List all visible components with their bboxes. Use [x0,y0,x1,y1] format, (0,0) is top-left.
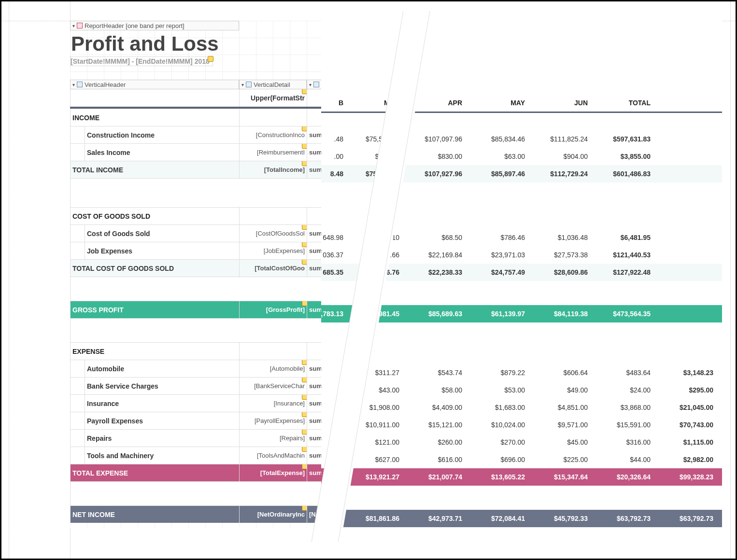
preview-total-cogs: 685.35$11,756.76$22,238.33$24,757.49$28,… [321,264,722,281]
preview-gross-profit: 5,783.13$63,981.45$85,689.63$61,139.97$8… [321,305,722,322]
net-income-field[interactable]: [NetOrdinaryInc [239,505,307,523]
preview-row: 648.98$923.10$68.50$786.46$1,036.48$6,48… [321,229,722,246]
smart-tag-icon[interactable] [302,360,307,365]
line-field[interactable]: [Repairs] [239,429,307,447]
band-icon [313,82,319,87]
line-field[interactable]: [Automobile] [239,360,307,377]
band-vertical-detail[interactable]: ▾ VerticalDetail [239,80,307,89]
smart-tag-icon[interactable] [302,143,307,149]
preview-row: 036.37$10,833.66$22,169.84$23,971.03$27,… [321,246,722,264]
total-income-label[interactable]: TOTAL INCOME [70,161,239,178]
indent[interactable] [70,143,85,161]
band-icon [77,23,83,28]
line-label[interactable]: Construction Income [85,126,239,143]
smart-tag-icon[interactable] [302,224,307,230]
smart-tag-icon[interactable] [302,394,307,400]
design-cell-blank[interactable] [70,89,239,107]
preview-row: $311.27$543.74$879.22$606.64$483.64$3,14… [321,364,722,381]
line-label[interactable]: Sales Income [85,143,239,161]
total-income-field[interactable]: [TotalIncome] [239,161,307,178]
smart-tag-icon[interactable] [302,429,307,434]
indent[interactable] [70,447,85,464]
preview-panel: BMARAPRMAYJUNTOTAL .48$75,542.21$107,097… [321,21,722,528]
design-surface[interactable]: ▾ ReportHeader [one band per report] Pro… [70,21,722,528]
report-subtitle[interactable]: [StartDate!MMMM] - [EndDate!MMMM] 2018 [70,56,213,66]
total-expense-label[interactable]: TOTAL EXPENSE [70,464,239,481]
smart-tag-icon[interactable] [302,126,307,131]
smart-tag-icon[interactable] [302,301,307,306]
band-label-text: ReportHeader [one band per report] [85,22,184,29]
indent[interactable] [70,394,85,412]
collapse-icon[interactable]: ▾ [72,23,75,28]
line-label[interactable]: Payroll Expenses [85,412,239,429]
collapse-icon[interactable]: ▾ [241,82,244,87]
preview-row: $121.00$260.00$270.00$45.00$316.00$1,115… [321,434,722,451]
band-icon [246,82,252,87]
design-cell[interactable] [239,207,307,224]
line-field[interactable]: [Insurance] [239,394,307,412]
smart-tag-icon[interactable] [302,161,307,166]
preview-row: $43.00$58.00$53.00$49.00$24.00$295.00 [321,381,722,399]
preview-row: $10,911.00$15,121.00$10,024.00$9,571.00$… [321,416,722,434]
band-label-text: VerticalHeader [85,81,126,88]
gross-profit-label[interactable]: GROSS PROFIT [70,301,239,318]
indent[interactable] [70,224,85,242]
indent[interactable] [70,126,85,143]
design-cell[interactable] [239,109,307,126]
report-designer-frame: ▾ ReportHeader [one band per report] Pro… [0,0,737,560]
smart-tag-icon[interactable] [302,464,307,469]
line-field[interactable]: [BankServiceChar [239,377,307,394]
band-icon [77,82,83,87]
margin-guide-right [730,1,731,559]
smart-tag-icon[interactable] [208,56,213,62]
line-field[interactable]: [ReimbursementI [239,143,307,161]
total-cogs-field[interactable]: [TotalCostOfGoo [239,259,307,277]
smart-tag-icon[interactable] [302,259,307,265]
design-cell[interactable] [239,342,307,360]
section-expense[interactable]: EXPENSE [70,342,239,360]
total-expense-field[interactable]: [TotalExpense] [239,464,307,481]
indent[interactable] [70,377,85,394]
preview-net-income: $81,861.86$42,973.71$72,084.41$45,792.33… [321,510,722,527]
smart-tag-icon[interactable] [302,447,307,452]
indent[interactable] [70,360,85,377]
total-cogs-label[interactable]: TOTAL COST OF GOODS SOLD [70,259,239,277]
line-label[interactable]: Bank Service Charges [85,377,239,394]
preview-total-expense: $13,921.27$21,007.74$13,605.22$15,347.64… [321,468,722,486]
smart-tag-icon[interactable] [302,377,307,382]
section-cogs[interactable]: COST OF GOODS SOLD [70,207,239,224]
preview-total-income: 8.48$75,738.21$107,927.96$85,897.46$112,… [321,165,722,182]
net-income-label[interactable]: NET INCOME [70,505,239,523]
line-field[interactable]: [ConstructionInco [239,126,307,143]
band-vertical-header[interactable]: ▾ VerticalHeader [70,80,239,89]
line-field[interactable]: [PayrollExpenses] [239,412,307,429]
preview-row: $1,908.00$4,409.00$1,683.00$4,851.00$3,8… [321,399,722,416]
section-income[interactable]: INCOME [70,109,239,126]
line-label[interactable]: Cost of Goods Sold [85,224,239,242]
collapse-icon[interactable]: ▾ [309,82,312,87]
margin-guide-left-outer [9,1,9,559]
smart-tag-icon[interactable] [302,505,307,511]
line-label[interactable]: Repairs [85,429,239,447]
indent[interactable] [70,242,85,259]
gross-profit-field[interactable]: [GrossProfit] [239,301,307,318]
smart-tag-icon[interactable] [302,412,307,417]
indent[interactable] [70,429,85,447]
collapse-icon[interactable]: ▾ [72,82,75,87]
preview-row: .00$196.00$830.00$63.00$904.00$3,855.00 [321,148,722,165]
line-field[interactable]: [ToolsAndMachin [239,447,307,464]
line-label[interactable]: Automobile [85,360,239,377]
smart-tag-icon[interactable] [302,242,307,247]
line-field[interactable]: [JobExpenses] [239,242,307,259]
design-cell-month-formula[interactable]: Upper(FormatStr [239,89,307,107]
line-label[interactable]: Insurance [85,394,239,412]
line-field[interactable]: [CostOfGoodsSol [239,224,307,242]
preview-col-headers: BMARAPRMAYJUNTOTAL [321,94,722,112]
smart-tag-icon[interactable] [302,89,307,94]
preview-row: .48$75,542.21$107,097.96$85,834.46$111,8… [321,130,722,148]
line-label[interactable]: Job Expenses [85,242,239,259]
indent[interactable] [70,412,85,429]
band-report-header[interactable]: ▾ ReportHeader [one band per report] [70,21,239,30]
preview-row: $627.00$616.00$696.00$225.00$44.00$2,982… [321,451,722,468]
line-label[interactable]: Tools and Machinery [85,447,239,464]
